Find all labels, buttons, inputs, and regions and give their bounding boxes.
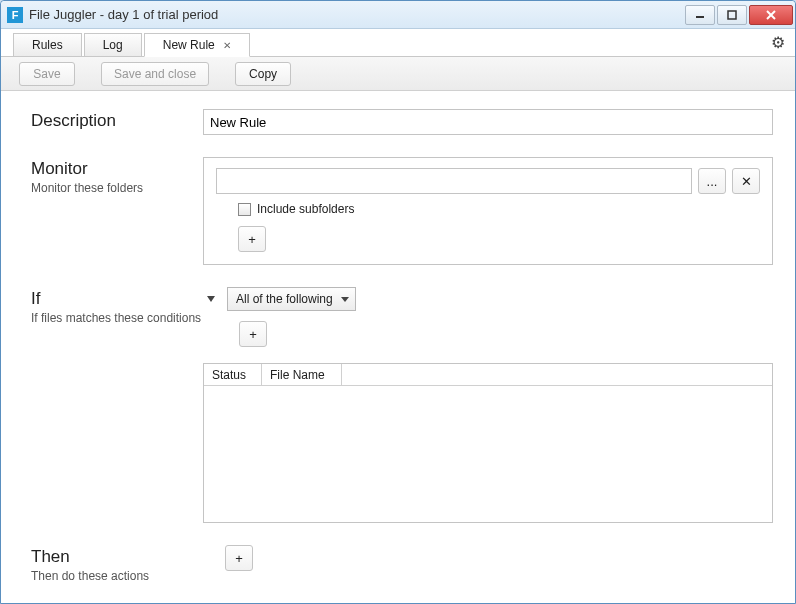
monitor-panel: ... ✕ Include subfolders + <box>203 157 773 265</box>
tab-new-rule[interactable]: New Rule ✕ <box>144 33 250 57</box>
monitor-sublabel: Monitor these folders <box>31 181 203 195</box>
col-spacer <box>342 364 772 385</box>
tab-rules[interactable]: Rules <box>13 33 82 57</box>
file-table-header: Status File Name <box>204 364 772 386</box>
monitor-field-col: ... ✕ Include subfolders + <box>203 157 773 265</box>
remove-path-button[interactable]: ✕ <box>732 168 760 194</box>
if-field-col: All of the following + Status File Name <box>203 287 773 523</box>
condition-mode-select[interactable]: All of the following <box>227 287 356 311</box>
file-table: Status File Name <box>203 363 773 523</box>
tab-label: Rules <box>32 38 63 52</box>
include-subfolders-label: Include subfolders <box>257 202 354 216</box>
app-window: F File Juggler - day 1 of trial period R… <box>0 0 796 604</box>
gear-icon: ⚙ <box>771 34 785 51</box>
then-label-col: Then Then do these actions <box>31 545 203 583</box>
plus-icon: + <box>248 232 256 247</box>
then-row: Then Then do these actions + <box>31 545 773 583</box>
add-monitor-folder-button[interactable]: + <box>238 226 266 252</box>
monitor-label: Monitor <box>31 159 203 179</box>
copy-button[interactable]: Copy <box>235 62 291 86</box>
then-field-col: + <box>203 545 773 571</box>
if-row: If If files matches these conditions All… <box>31 287 773 523</box>
window-title: File Juggler - day 1 of trial period <box>29 7 685 22</box>
settings-button[interactable]: ⚙ <box>771 33 785 52</box>
svg-rect-1 <box>728 11 736 19</box>
maximize-button[interactable] <box>717 5 747 25</box>
app-icon: F <box>7 7 23 23</box>
monitor-path-input[interactable] <box>216 168 692 194</box>
tab-label: New Rule <box>163 38 215 52</box>
then-sublabel: Then do these actions <box>31 569 203 583</box>
then-label: Then <box>31 547 203 567</box>
description-input[interactable] <box>203 109 773 135</box>
if-sublabel: If files matches these conditions <box>31 311 203 325</box>
minimize-button[interactable] <box>685 5 715 25</box>
close-button[interactable] <box>749 5 793 25</box>
titlebar: F File Juggler - day 1 of trial period <box>1 1 795 29</box>
add-condition-button[interactable]: + <box>239 321 267 347</box>
description-row: Description <box>31 109 773 135</box>
col-file-name[interactable]: File Name <box>262 364 342 385</box>
close-icon <box>765 9 777 21</box>
window-controls <box>685 5 793 25</box>
monitor-row: Monitor Monitor these folders ... ✕ Incl… <box>31 157 773 265</box>
include-subfolders-checkbox[interactable] <box>238 203 251 216</box>
save-and-close-button[interactable]: Save and close <box>101 62 209 86</box>
monitor-path-row: ... ✕ <box>216 168 760 194</box>
expand-toggle-icon[interactable] <box>207 296 215 302</box>
if-label-col: If If files matches these conditions <box>31 287 203 325</box>
x-icon: ✕ <box>741 174 752 189</box>
description-label-col: Description <box>31 109 203 131</box>
if-condition-row: All of the following <box>203 287 773 311</box>
browse-button[interactable]: ... <box>698 168 726 194</box>
description-label: Description <box>31 111 203 131</box>
tab-close-icon[interactable]: ✕ <box>223 40 231 51</box>
save-button[interactable]: Save <box>19 62 75 86</box>
col-status[interactable]: Status <box>204 364 262 385</box>
tabstrip: Rules Log New Rule ✕ ⚙ <box>1 29 795 57</box>
tab-log[interactable]: Log <box>84 33 142 57</box>
monitor-label-col: Monitor Monitor these folders <box>31 157 203 195</box>
tab-label: Log <box>103 38 123 52</box>
chevron-down-icon <box>341 297 349 302</box>
condition-mode-value: All of the following <box>236 292 333 306</box>
minimize-icon <box>695 10 705 20</box>
maximize-icon <box>727 10 737 20</box>
add-action-button[interactable]: + <box>225 545 253 571</box>
if-label: If <box>31 289 203 309</box>
plus-icon: + <box>249 327 257 342</box>
description-field-col <box>203 109 773 135</box>
content-area: Description Monitor Monitor these folder… <box>1 91 795 603</box>
plus-icon: + <box>235 551 243 566</box>
include-subfolders-row: Include subfolders <box>216 202 760 216</box>
toolbar: Save Save and close Copy <box>1 57 795 91</box>
